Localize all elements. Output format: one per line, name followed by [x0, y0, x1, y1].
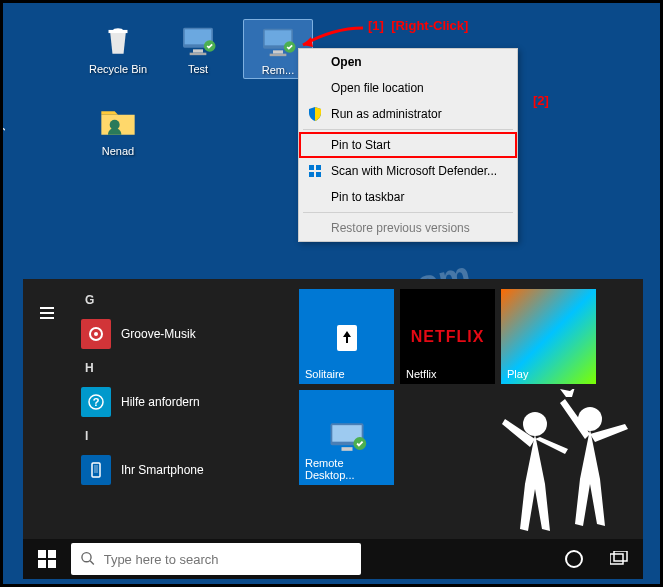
start-app-list: G Groove-Musik H ? Hilfe anfordern I Ihr…: [71, 279, 291, 539]
user-folder-icon: [98, 103, 138, 143]
svg-rect-29: [38, 560, 46, 568]
svg-rect-34: [614, 551, 627, 561]
tile-remote-desktop[interactable]: Remote Desktop...: [299, 390, 394, 485]
shield-icon: [307, 106, 323, 122]
tile-label: Solitaire: [305, 368, 345, 380]
recycle-bin-icon: [98, 21, 138, 61]
svg-point-32: [566, 551, 582, 567]
monitor-icon: [325, 416, 369, 460]
svg-rect-3: [193, 49, 203, 52]
start-button[interactable]: [23, 539, 71, 579]
svg-rect-13: [316, 165, 321, 170]
tile-play[interactable]: Play: [501, 289, 596, 384]
windows-icon: [38, 550, 56, 568]
circle-icon: [564, 549, 584, 569]
menu-item-label: Pin to taskbar: [331, 190, 404, 204]
start-rail: [23, 279, 71, 539]
menu-item-scan-defender[interactable]: Scan with Microsoft Defender...: [299, 158, 517, 184]
app-item-hilfe[interactable]: ? Hilfe anfordern: [71, 381, 291, 423]
phone-icon: [81, 455, 111, 485]
menu-item-label: Restore previous versions: [331, 221, 470, 235]
svg-rect-14: [309, 172, 314, 177]
annotation-2: [2]: [533, 93, 549, 108]
svg-point-0: [113, 28, 123, 31]
tile-label: Play: [507, 368, 528, 380]
menu-item-pin-start[interactable]: Pin to Start: [299, 132, 517, 158]
menu-item-run-admin[interactable]: Run as administrator: [299, 101, 517, 127]
tile-netflix[interactable]: NETFLIX Netflix: [400, 289, 495, 384]
letter-header-g[interactable]: G: [71, 287, 291, 313]
svg-rect-33: [610, 554, 623, 564]
svg-rect-25: [341, 447, 352, 451]
desktop-icon-recycle-bin[interactable]: Recycle Bin: [83, 21, 153, 75]
menu-divider: [303, 212, 513, 213]
tile-label: Remote Desktop...: [305, 457, 394, 481]
taskbar: [23, 539, 643, 579]
tile-solitaire[interactable]: Solitaire: [299, 289, 394, 384]
menu-item-restore[interactable]: Restore previous versions: [299, 215, 517, 241]
menu-item-open[interactable]: Open: [299, 49, 517, 75]
menu-item-label: Open file location: [331, 81, 424, 95]
menu-item-label: Scan with Microsoft Defender...: [331, 164, 497, 178]
task-view-button[interactable]: [597, 539, 643, 579]
svg-rect-4: [190, 53, 207, 56]
menu-item-label: Run as administrator: [331, 107, 442, 121]
hamburger-icon[interactable]: [23, 291, 71, 335]
app-item-groove[interactable]: Groove-Musik: [71, 313, 291, 355]
tile-label: Netflix: [406, 368, 437, 380]
desktop-icon-test[interactable]: Test: [163, 21, 233, 75]
letter-header-i[interactable]: I: [71, 423, 291, 449]
menu-item-open-location[interactable]: Open file location: [299, 75, 517, 101]
annotation-1: [1] [Right-Click]: [368, 18, 468, 33]
start-menu: G Groove-Musik H ? Hilfe anfordern I Ihr…: [23, 279, 643, 539]
menu-item-pin-taskbar[interactable]: Pin to taskbar: [299, 184, 517, 210]
search-input[interactable]: [104, 552, 351, 567]
desktop-icon-label: Nenad: [83, 145, 153, 157]
app-item-label: Groove-Musik: [121, 327, 196, 341]
cortana-button[interactable]: [551, 539, 597, 579]
search-box[interactable]: [71, 543, 361, 575]
svg-rect-28: [48, 550, 56, 558]
monitor-icon: [258, 22, 298, 62]
desktop-icon-label: Recycle Bin: [83, 63, 153, 75]
app-item-label: Hilfe anfordern: [121, 395, 200, 409]
menu-divider: [303, 129, 513, 130]
solitaire-icon: [327, 317, 367, 357]
desktop-icon-nenad[interactable]: Nenad: [83, 103, 153, 157]
start-tiles: Solitaire NETFLIX Netflix Play Remote De…: [291, 279, 643, 539]
svg-rect-9: [270, 54, 287, 57]
context-menu: Open Open file location Run as administr…: [298, 48, 518, 242]
help-icon: ?: [81, 387, 111, 417]
letter-header-h[interactable]: H: [71, 355, 291, 381]
search-icon: [81, 551, 96, 567]
app-item-label: Ihr Smartphone: [121, 463, 204, 477]
svg-rect-21: [94, 465, 98, 473]
svg-point-17: [94, 332, 98, 336]
svg-rect-15: [316, 172, 321, 177]
menu-item-label: Open: [331, 55, 362, 69]
svg-text:?: ?: [93, 396, 100, 408]
svg-rect-12: [309, 165, 314, 170]
defender-icon: [307, 163, 323, 179]
menu-item-label: Pin to Start: [331, 138, 390, 152]
svg-rect-27: [38, 550, 46, 558]
app-item-smartphone[interactable]: Ihr Smartphone: [71, 449, 291, 491]
watermark-side: www.SoftwareOK.com :-): [0, 125, 6, 304]
groove-icon: [81, 319, 111, 349]
netflix-icon: NETFLIX: [411, 328, 485, 346]
svg-point-31: [82, 553, 91, 562]
svg-rect-30: [48, 560, 56, 568]
svg-rect-8: [273, 50, 283, 53]
desktop-icon-label: Test: [163, 63, 233, 75]
task-view-icon: [610, 551, 630, 567]
monitor-icon: [178, 21, 218, 61]
